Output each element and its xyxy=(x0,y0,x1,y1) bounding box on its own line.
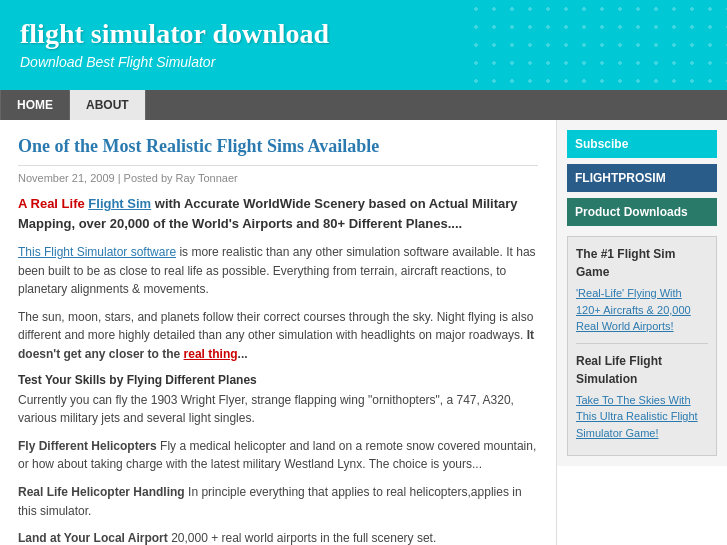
site-header: flight simulator download Download Best … xyxy=(0,0,727,90)
box2-link2[interactable]: Take To The Skies With This Ultra Realis… xyxy=(576,394,698,439)
section4: Land at Your Local Airport 20,000 + real… xyxy=(18,529,538,545)
section4-text: 20,000 + real world airports in the full… xyxy=(171,531,436,545)
sidebar-divider xyxy=(576,343,708,344)
para2: The sun, moon, stars, and planets follow… xyxy=(18,308,538,364)
nav-home[interactable]: HOME xyxy=(0,90,70,120)
nav-about[interactable]: ABOUT xyxy=(70,90,146,120)
sidebar: Subscibe FLIGHTPROSIM Product Downloads … xyxy=(557,120,727,466)
nav-bar: HOME ABOUT xyxy=(0,90,727,120)
flight-sim-link[interactable]: Flight Sim xyxy=(88,196,151,211)
box2-heading: Real Life Flight Simulation xyxy=(576,352,708,388)
main-content: One of the Most Realistic Flight Sims Av… xyxy=(0,120,557,545)
section2: Fly Different Helicopters Fly a medical … xyxy=(18,437,538,474)
box1-link1[interactable]: 'Real-Life' Flying With 120+ Aircrafts &… xyxy=(576,287,691,332)
box1-heading: The #1 Flight Sim Game xyxy=(576,245,708,281)
product-downloads-button[interactable]: Product Downloads xyxy=(567,198,717,226)
section3-heading: Real Life Helicopter Handling xyxy=(18,485,185,499)
section3: Real Life Helicopter Handling In princip… xyxy=(18,483,538,520)
section4-heading: Land at Your Local Airport xyxy=(18,531,168,545)
post-meta: November 21, 2009 | Posted by Ray Tonnae… xyxy=(18,172,538,184)
section1-heading: Test Your Skills by Flying Different Pla… xyxy=(18,373,538,387)
content-area: One of the Most Realistic Flight Sims Av… xyxy=(0,120,727,545)
real-thing-link[interactable]: real thing xyxy=(184,347,238,361)
post-title: One of the Most Realistic Flight Sims Av… xyxy=(18,136,538,166)
para1-link[interactable]: This Flight Simulator software xyxy=(18,245,176,259)
site-subtitle: Download Best Flight Simulator xyxy=(20,54,707,70)
site-title: flight simulator download xyxy=(20,18,707,50)
flightprosim-button[interactable]: FLIGHTPROSIM xyxy=(567,164,717,192)
subscribe-button[interactable]: Subscibe xyxy=(567,130,717,158)
section1-text: Currently you can fly the 1903 Wright Fl… xyxy=(18,391,538,428)
section2-heading: Fly Different Helicopters xyxy=(18,439,157,453)
para1: This Flight Simulator software is more r… xyxy=(18,243,538,299)
intro-red: A Real Life xyxy=(18,196,85,211)
post-intro: A Real Life Flight Sim with Accurate Wor… xyxy=(18,194,538,233)
sidebar-box1: The #1 Flight Sim Game 'Real-Life' Flyin… xyxy=(567,236,717,456)
